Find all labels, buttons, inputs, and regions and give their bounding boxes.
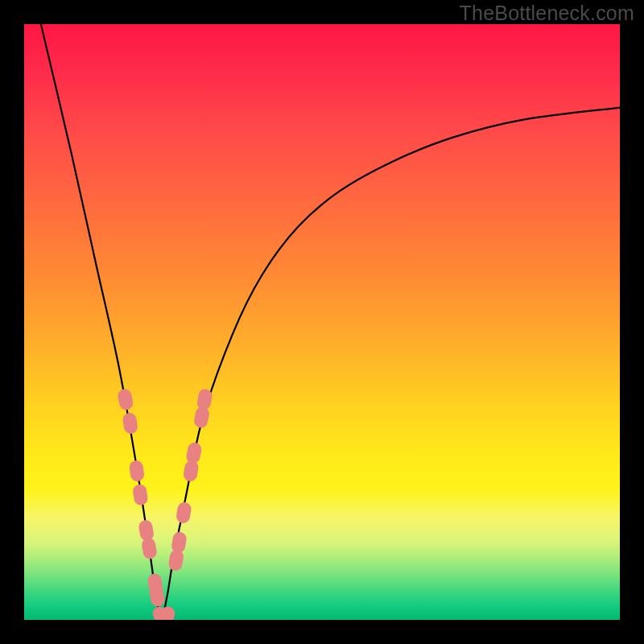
marker — [117, 388, 134, 411]
marker — [171, 531, 188, 554]
svg-rect-2 — [129, 460, 145, 482]
chart-frame: TheBottleneck.com — [0, 0, 644, 644]
marker — [122, 412, 138, 435]
curve-layer — [24, 24, 620, 620]
svg-rect-5 — [141, 537, 158, 559]
marker — [129, 460, 145, 482]
marker — [141, 537, 158, 559]
bottleneck-curve — [24, 24, 620, 620]
svg-rect-14 — [185, 441, 203, 464]
marker-cluster — [117, 388, 213, 620]
watermark-text: TheBottleneck.com — [460, 2, 634, 25]
svg-rect-0 — [117, 388, 134, 411]
plot-area — [24, 24, 620, 620]
marker — [175, 502, 192, 524]
svg-rect-12 — [175, 502, 192, 524]
svg-rect-3 — [132, 483, 149, 506]
marker — [132, 483, 149, 506]
marker — [185, 441, 203, 464]
svg-rect-1 — [122, 412, 138, 435]
svg-rect-11 — [171, 531, 188, 554]
